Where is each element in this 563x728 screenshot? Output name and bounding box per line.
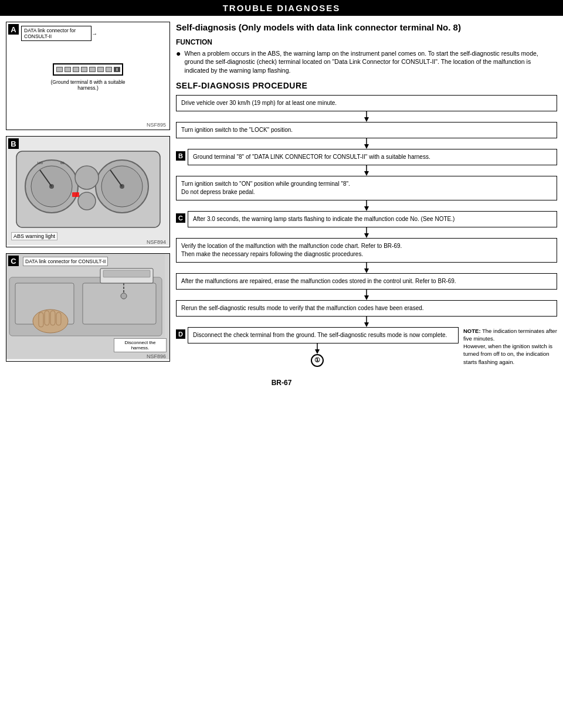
flow-row-5: C After 3.0 seconds, the warning lamp st… bbox=[176, 211, 557, 227]
svg-rect-11 bbox=[72, 192, 79, 197]
arrow-7 bbox=[176, 290, 557, 300]
end-circle-symbol: ① bbox=[311, 354, 324, 367]
flow-steps: Drive vehicle over 30 km/h (19 mph) for … bbox=[176, 95, 557, 367]
diagram-c-label1: DATA link connector for CONSULT-II bbox=[23, 257, 108, 266]
header-title: TROUBLE DIAGNOSES bbox=[223, 3, 341, 13]
section-title: Self-diagnosis (Only models with data li… bbox=[176, 22, 557, 33]
diagram-a-imgid: NSF895 bbox=[147, 122, 166, 128]
function-title: FUNCTION bbox=[176, 38, 557, 46]
connector-a-label: DATA link connector for CONSULT-II bbox=[21, 26, 91, 41]
step-6-text: Verify the location of the malfunction w… bbox=[181, 243, 402, 257]
diagram-c-label2: Disconnect the harness. bbox=[114, 338, 167, 352]
svg-marker-36 bbox=[364, 233, 369, 238]
note-box: NOTE: The indication terminates after fi… bbox=[463, 327, 557, 367]
dashboard-diagram: 100 60 ABS warning light bbox=[6, 137, 169, 245]
diagram-c: C bbox=[6, 253, 170, 362]
flow-step-9-row: D Disconnect the check terminal from the… bbox=[176, 327, 459, 343]
svg-point-9 bbox=[75, 166, 99, 189]
step-3-text: Ground terminal "8" of "DATA LINK CONNEC… bbox=[193, 154, 430, 160]
step-8-text: Rerun the self-diagnostic results mode t… bbox=[181, 305, 424, 311]
step-c-marker: C bbox=[176, 213, 185, 223]
main-layout: A DATA link connector for CONSULT-II → bbox=[0, 22, 563, 367]
step-4-text: Turn ignition switch to "ON" position wh… bbox=[181, 181, 350, 195]
left-column: A DATA link connector for CONSULT-II → bbox=[6, 22, 170, 367]
arrow-5 bbox=[176, 227, 557, 238]
page-number: BR-67 bbox=[272, 379, 292, 387]
step-1-text: Drive vehicle over 30 km/h (19 mph) for … bbox=[181, 100, 337, 106]
diagram-b-imgid: NSF894 bbox=[147, 239, 166, 245]
diagram-b-label: B bbox=[8, 138, 19, 149]
svg-text:60: 60 bbox=[60, 161, 65, 165]
diagram-c-label: C bbox=[8, 256, 19, 266]
right-column: Self-diagnosis (Only models with data li… bbox=[176, 22, 557, 367]
step-2-text: Turn ignition switch to the "LOCK" posit… bbox=[181, 127, 293, 133]
diagram-b: B bbox=[6, 136, 170, 247]
diagram-c-imgid: NSF896 bbox=[147, 353, 166, 359]
svg-rect-19 bbox=[103, 270, 150, 277]
dashboard-svg: 100 60 bbox=[13, 145, 163, 236]
diagram-c-interior: DATA link connector for CONSULT-II Disco… bbox=[6, 254, 169, 359]
svg-rect-23 bbox=[39, 312, 43, 327]
step-7-text: After the malfunctions are repaired, era… bbox=[181, 278, 456, 284]
svg-text:100: 100 bbox=[37, 161, 43, 165]
connector-arrow: → bbox=[91, 30, 97, 37]
svg-rect-17 bbox=[83, 283, 156, 324]
function-bullet-item: ● When a problem occurs in the ABS, the … bbox=[176, 49, 557, 75]
procedure-title: SELF-DIAGNOSIS PROCEDURE bbox=[176, 81, 557, 90]
arrow-3 bbox=[176, 165, 557, 176]
connector-grid: 8 bbox=[53, 63, 123, 76]
arrow-4 bbox=[176, 200, 557, 211]
svg-point-21 bbox=[121, 293, 127, 299]
arrow-9 bbox=[176, 343, 459, 354]
diagram-a: A DATA link connector for CONSULT-II → bbox=[6, 22, 170, 130]
flow-step-1: Drive vehicle over 30 km/h (19 mph) for … bbox=[176, 95, 557, 111]
flow-step-2: Turn ignition switch to the "LOCK" posit… bbox=[176, 122, 557, 138]
note-title: NOTE: bbox=[463, 328, 481, 334]
svg-marker-32 bbox=[364, 171, 369, 176]
svg-marker-42 bbox=[364, 322, 369, 327]
step-b-marker: B bbox=[176, 151, 185, 161]
flow-step-7: After the malfunctions are repaired, era… bbox=[176, 273, 557, 290]
svg-rect-24 bbox=[45, 311, 49, 325]
step-5-text: After 3.0 seconds, the warning lamp star… bbox=[193, 216, 455, 222]
svg-marker-44 bbox=[315, 349, 320, 354]
svg-point-10 bbox=[78, 192, 96, 210]
arrow-8 bbox=[176, 317, 557, 327]
arrow-2 bbox=[176, 138, 557, 149]
arrow-1 bbox=[176, 111, 557, 122]
flow-container: Drive vehicle over 30 km/h (19 mph) for … bbox=[176, 95, 557, 367]
arrow-6 bbox=[176, 263, 557, 273]
end-circle: ① bbox=[176, 354, 459, 367]
page-footer: BR-67 bbox=[0, 376, 563, 390]
svg-marker-38 bbox=[364, 268, 369, 273]
page-header: TROUBLE DIAGNOSES bbox=[0, 0, 563, 16]
flow-step-5: After 3.0 seconds, the warning lamp star… bbox=[188, 211, 557, 227]
svg-marker-28 bbox=[364, 117, 369, 122]
flow-step-9: Disconnect the check terminal from the g… bbox=[188, 327, 459, 343]
function-bullet-text: When a problem occurs in the ABS, the wa… bbox=[184, 49, 557, 75]
flow-step-3: Ground terminal "8" of "DATA LINK CONNEC… bbox=[188, 149, 557, 165]
function-bullets: ● When a problem occurs in the ABS, the … bbox=[176, 49, 557, 75]
diagram-a-label: A bbox=[8, 24, 19, 35]
svg-rect-26 bbox=[56, 312, 61, 325]
svg-marker-34 bbox=[364, 206, 369, 211]
svg-marker-40 bbox=[364, 295, 369, 300]
flow-row-3: B Ground terminal "8" of "DATA LINK CONN… bbox=[176, 149, 557, 165]
step-9-text: Disconnect the check terminal from the g… bbox=[193, 332, 447, 338]
step-d-marker: D bbox=[176, 329, 185, 339]
svg-rect-25 bbox=[50, 311, 55, 325]
flow-col-step-9: D Disconnect the check terminal from the… bbox=[176, 327, 459, 367]
bullet-icon: ● bbox=[176, 49, 181, 75]
flow-row-9: D Disconnect the check terminal from the… bbox=[176, 327, 557, 367]
svg-marker-30 bbox=[364, 144, 369, 149]
flow-step-8: Rerun the self-diagnostic results mode t… bbox=[176, 300, 557, 317]
connector-a-note: (Ground terminal 8 with a suitable harne… bbox=[41, 79, 135, 91]
flow-step-4: Turn ignition switch to "ON" position wh… bbox=[176, 176, 557, 200]
connector-diagram-a: DATA link connector for CONSULT-II → 8 bbox=[6, 22, 169, 103]
flow-step-6: Verify the location of the malfunction w… bbox=[176, 238, 557, 263]
abs-warning-label: ABS warning light bbox=[11, 232, 57, 240]
